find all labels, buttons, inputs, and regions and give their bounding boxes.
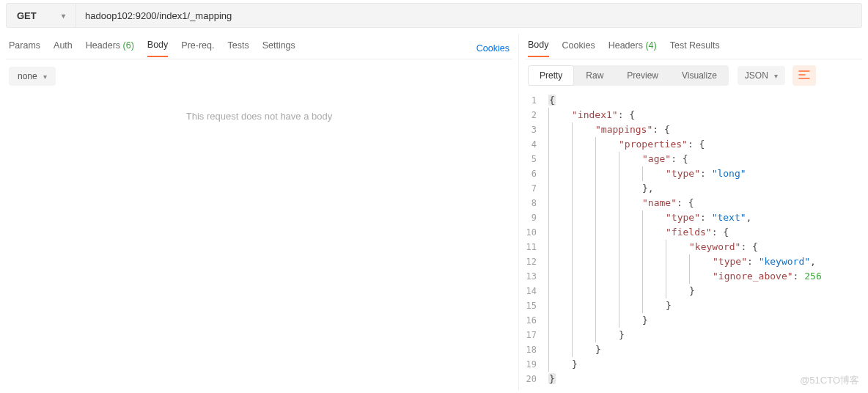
line-number: 2	[519, 108, 545, 122]
tab-resp-testresults[interactable]: Test Results	[670, 40, 720, 56]
line-number: 16	[519, 313, 545, 328]
code-line: 16}	[519, 313, 868, 328]
code-line: 4"properties": {	[519, 137, 868, 152]
line-content: }	[545, 328, 868, 342]
view-pretty[interactable]: Pretty	[528, 65, 574, 86]
line-content: },	[545, 181, 868, 196]
response-toolbar: Pretty Raw Preview Visualize JSON ▾	[519, 59, 868, 90]
body-type-selector[interactable]: none ▾	[9, 67, 56, 86]
code-line: 12"type": "keyword",	[519, 254, 868, 269]
tab-params[interactable]: Params	[9, 40, 40, 56]
line-number: 11	[519, 240, 545, 254]
tab-body[interactable]: Body	[147, 40, 169, 57]
line-number: 10	[519, 225, 545, 240]
line-number: 19	[519, 357, 545, 372]
code-line: 1{	[519, 93, 868, 108]
line-number: 17	[519, 328, 545, 342]
tab-auth[interactable]: Auth	[54, 40, 73, 56]
code-line: 5"age": {	[519, 152, 868, 166]
line-number: 5	[519, 152, 545, 166]
watermark: @51CTO博客	[800, 374, 859, 387]
line-content: "name": {	[545, 196, 868, 210]
line-content: }	[545, 357, 868, 372]
line-number: 4	[519, 137, 545, 152]
chevron-down-icon: ▾	[774, 72, 778, 80]
tab-tests[interactable]: Tests	[227, 40, 249, 56]
code-line: 13"ignore_above": 256	[519, 269, 868, 284]
url-input[interactable]	[76, 10, 861, 21]
line-content: "type": "long"	[545, 166, 868, 181]
tab-resp-cookies[interactable]: Cookies	[562, 40, 595, 56]
line-number: 8	[519, 196, 545, 210]
line-content: }	[545, 342, 868, 357]
line-content: }	[545, 284, 868, 298]
method-label: GET	[17, 10, 37, 21]
tab-headers[interactable]: Headers (6)	[86, 40, 134, 56]
line-number: 20	[519, 372, 545, 386]
format-selector[interactable]: JSON ▾	[738, 66, 785, 85]
view-raw[interactable]: Raw	[574, 65, 615, 86]
line-number: 9	[519, 210, 545, 225]
view-visualize[interactable]: Visualize	[670, 65, 729, 86]
line-content: }	[545, 313, 868, 328]
tab-resp-body[interactable]: Body	[528, 40, 549, 57]
line-content: "keyword": {	[545, 240, 868, 254]
code-line: 11"keyword": {	[519, 240, 868, 254]
code-line: 10"fields": {	[519, 225, 868, 240]
request-bar: GET ▾	[6, 3, 862, 28]
request-tabs: Params Auth Headers (6) Body Pre-req. Te…	[0, 34, 518, 59]
code-line: 8"name": {	[519, 196, 868, 210]
line-number: 14	[519, 284, 545, 298]
chevron-down-icon: ▾	[62, 12, 65, 20]
cookies-link[interactable]: Cookies	[477, 43, 510, 54]
code-line: 17}	[519, 328, 868, 342]
code-line: 14}	[519, 284, 868, 298]
line-content: "mappings": {	[545, 122, 868, 137]
line-number: 13	[519, 269, 545, 284]
code-line: 3"mappings": {	[519, 122, 868, 137]
body-controls: none ▾	[0, 59, 518, 93]
line-content: "properties": {	[545, 137, 868, 152]
code-line: 18}	[519, 342, 868, 357]
line-number: 18	[519, 342, 545, 357]
line-number: 1	[519, 93, 545, 108]
line-content: "type": "keyword",	[545, 254, 868, 269]
view-preview[interactable]: Preview	[615, 65, 670, 86]
code-line: 6"type": "long"	[519, 166, 868, 181]
tab-resp-headers[interactable]: Headers (4)	[608, 40, 657, 56]
line-number: 6	[519, 166, 545, 181]
method-selector[interactable]: GET ▾	[7, 4, 76, 27]
response-tabs: Body Cookies Headers (4) Test Results	[519, 34, 868, 59]
code-line: 15}	[519, 298, 868, 313]
line-content: "index1": {	[545, 108, 868, 122]
line-content: "ignore_above": 256	[545, 269, 868, 284]
line-number: 15	[519, 298, 545, 313]
line-number: 3	[519, 122, 545, 137]
line-number: 7	[519, 181, 545, 196]
line-content: "type": "text",	[545, 210, 868, 225]
code-line: 19}	[519, 357, 868, 372]
code-line: 9"type": "text",	[519, 210, 868, 225]
chevron-down-icon: ▾	[43, 73, 47, 81]
line-content: {	[545, 93, 868, 108]
tab-prereq[interactable]: Pre-req.	[181, 40, 214, 56]
view-mode-tabs: Pretty Raw Preview Visualize	[528, 65, 729, 86]
line-number: 12	[519, 254, 545, 269]
response-code[interactable]: 1{2"index1": {3"mappings": {4"properties…	[519, 90, 868, 390]
response-pane: Body Cookies Headers (4) Test Results Pr…	[519, 34, 868, 390]
wrap-lines-button[interactable]	[792, 65, 816, 86]
code-line: 7},	[519, 181, 868, 196]
line-content: "fields": {	[545, 225, 868, 240]
request-pane: Params Auth Headers (6) Body Pre-req. Te…	[0, 34, 519, 390]
tab-settings[interactable]: Settings	[262, 40, 295, 56]
wrap-icon	[798, 70, 810, 81]
line-content: }	[545, 298, 868, 313]
code-line: 2"index1": {	[519, 108, 868, 122]
line-content: "age": {	[545, 152, 868, 166]
empty-body-message: This request does not have a body	[0, 111, 518, 122]
